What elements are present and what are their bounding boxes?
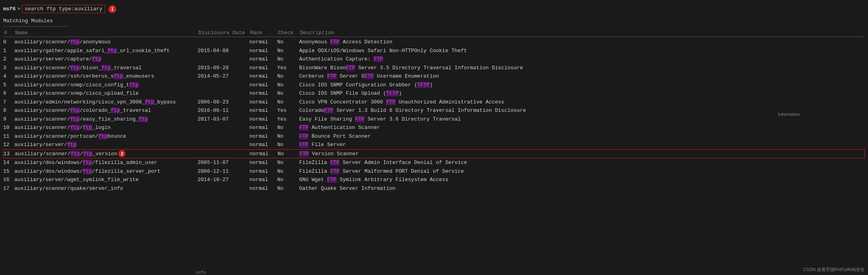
table-row: 0 auxiliary/scanner/ftp/anonymous normal… — [3, 38, 865, 47]
table-row: 11 auxiliary/scanner/portscan/ftpbounce … — [3, 132, 865, 141]
prompt-msf: msf6 — [3, 6, 16, 12]
table-row: 6 auxiliary/scanner/snmp/cisco_upload_fi… — [3, 89, 865, 98]
table-row: 5 auxiliary/scanner/snmp/cisco_config_tf… — [3, 81, 865, 90]
table-row: 9 auxiliary/scanner/ftp/easy_file_sharin… — [3, 115, 865, 124]
table-row: 1 auxiliary/gather/apple_safari_ftp_url_… — [3, 47, 865, 55]
col-header-desc: Description — [299, 30, 865, 36]
information-label: Information — [778, 112, 800, 117]
table-row: 14 auxiliary/dos/windows/ftp/filezilla_a… — [3, 158, 865, 167]
terminal: msf6 > search ftp type:auxiliary 1 Match… — [0, 0, 868, 275]
col-header-check: Check — [277, 30, 299, 36]
prompt-arrow: > — [17, 6, 20, 12]
table-row: 16 auxiliary/server/wget_symlink_file_wr… — [3, 176, 865, 184]
col-header-date: Disclosure Date — [198, 30, 249, 36]
col-header-num: # — [3, 30, 14, 36]
table-row: 3 auxiliary/scanner/ftp/bison_ftp_traver… — [3, 64, 865, 72]
table-row: 8 auxiliary/scanner/ftp/colorado_ftp_tra… — [3, 106, 865, 115]
table-row: 7 auxiliary/admin/networking/cisco_vpn_3… — [3, 98, 865, 107]
prompt-line: msf6 > search ftp type:auxiliary 1 — [0, 3, 868, 15]
divider — [3, 26, 67, 27]
col-header-rank: Rank — [249, 30, 277, 36]
table-row: 10 auxiliary/scanner/ftp/ftp_login norma… — [3, 123, 865, 132]
table-row-highlighted: 13 auxiliary/scanner/ftp/ftp_version2 no… — [3, 149, 865, 159]
col-header-name: Name — [14, 30, 198, 36]
table-row: 17 auxiliary/scanner/quake/server_info n… — [3, 184, 865, 193]
modules-table: # Name Disclosure Date Rank Check Descri… — [0, 29, 868, 193]
info-text: info — [195, 270, 206, 275]
table-row: 2 auxiliary/server/capture/ftp normal No… — [3, 55, 865, 64]
table-header: # Name Disclosure Date Rank Check Descri… — [3, 29, 865, 37]
table-row: 12 auxiliary/server/ftp normal No FTP Fi… — [3, 140, 865, 149]
watermark: CSDN @黄乔国PHP|JAVA|安全 — [803, 267, 865, 273]
table-row: 4 auxiliary/scanner/ssh/cerberus_sftp_en… — [3, 72, 865, 81]
command-input[interactable]: search ftp type:auxiliary — [22, 5, 105, 13]
table-row: 15 auxiliary/dos/windows/ftp/filezilla_s… — [3, 167, 865, 176]
badge-1: 1 — [108, 5, 116, 13]
section-title: Matching Modules — [0, 15, 868, 25]
